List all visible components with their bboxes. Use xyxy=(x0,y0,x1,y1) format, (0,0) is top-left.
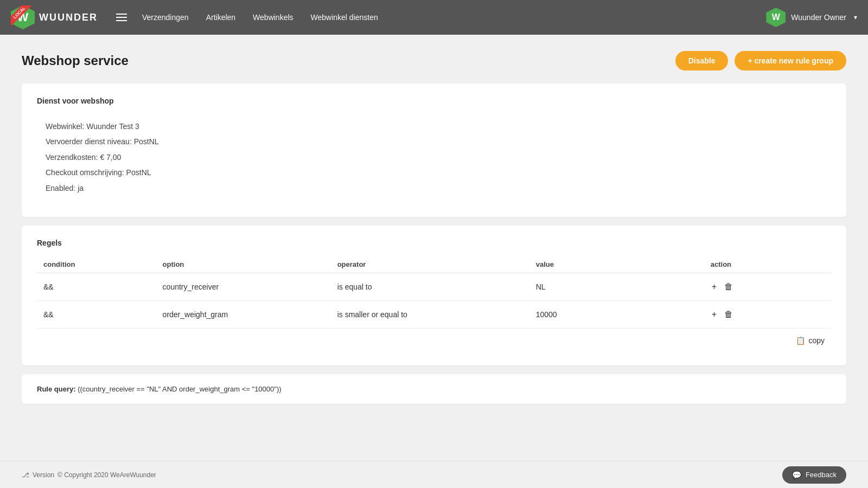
page-header: Webshop service Disable + create new rul… xyxy=(22,51,846,70)
logo-hexagon: W xyxy=(11,5,35,29)
row2-condition: && xyxy=(37,300,156,328)
col-header-operator: operator xyxy=(331,256,529,273)
service-info-body: Webwinkel: Wuunder Test 3 Vervoerder die… xyxy=(37,114,831,204)
row2-actions: + 🗑 xyxy=(704,300,831,328)
row2-value: 10000 xyxy=(529,300,704,328)
service-info-card: Dienst voor webshop Webwinkel: Wuunder T… xyxy=(22,84,846,217)
col-header-condition: condition xyxy=(37,256,156,273)
chevron-down-icon[interactable]: ▾ xyxy=(854,14,857,21)
main-footer: ⎇ Version © Copyright 2020 WeAreWuunder … xyxy=(0,461,868,488)
row1-add-button[interactable]: + xyxy=(711,281,718,293)
row1-condition: && xyxy=(37,273,156,300)
main-content: Webshop service Disable + create new rul… xyxy=(0,35,868,461)
query-label: Rule query: xyxy=(37,385,76,393)
user-avatar: W xyxy=(766,8,786,27)
copy-row-spacer xyxy=(37,328,704,352)
query-card: Rule query: ((country_receiver == "NL" A… xyxy=(22,374,846,404)
service-field-4: Enabled: ja xyxy=(46,182,822,194)
copy-button[interactable]: 📋 copy xyxy=(796,336,825,345)
row1-value: NL xyxy=(529,273,704,300)
page-title: Webshop service xyxy=(22,53,129,68)
hamburger-menu[interactable] xyxy=(114,11,129,23)
footer-left: ⎇ Version © Copyright 2020 WeAreWuunder xyxy=(22,471,156,479)
nav-verzendingen[interactable]: Verzendingen xyxy=(142,13,189,22)
main-nav: Verzendingen Artikelen Webwinkels Webwin… xyxy=(129,13,378,22)
header-user-section: W Wuunder Owner ▾ xyxy=(766,8,857,27)
query-text: Rule query: ((country_receiver == "NL" A… xyxy=(37,385,831,393)
action-buttons: Disable + create new rule group xyxy=(675,51,846,70)
query-value: ((country_receiver == "NL" AND order_wei… xyxy=(78,385,281,393)
copy-row: 📋 copy xyxy=(37,328,831,352)
create-rule-group-button[interactable]: + create new rule group xyxy=(735,51,846,70)
rules-table: condition option operator value action &… xyxy=(37,256,831,352)
feedback-icon: 💬 xyxy=(792,471,801,479)
feedback-label: Feedback xyxy=(806,471,837,479)
disable-button[interactable]: Disable xyxy=(675,51,729,70)
main-header: W WUUNDER Verzendingen Artikelen Webwink… xyxy=(0,0,868,35)
git-branch-icon: ⎇ xyxy=(22,471,29,479)
service-field-0: Webwinkel: Wuunder Test 3 xyxy=(46,120,822,132)
user-name: Wuunder Owner xyxy=(791,13,846,22)
row2-option: order_weight_gram xyxy=(156,300,331,328)
rules-section-title: Regels xyxy=(37,239,831,247)
row1-option: country_receiver xyxy=(156,273,331,300)
logo-text: WUUNDER xyxy=(39,12,98,23)
col-header-action: action xyxy=(704,256,831,273)
row1-operator: is equal to xyxy=(331,273,529,300)
copyright-text: © Copyright 2020 WeAreWuunder xyxy=(58,471,156,479)
service-section-title: Dienst voor webshop xyxy=(37,97,831,105)
service-field-2: Verzendkosten: € 7,00 xyxy=(46,151,822,163)
user-initial: W xyxy=(772,12,780,22)
row2-add-button[interactable]: + xyxy=(711,309,718,320)
logo-letter: W xyxy=(17,10,29,24)
version-text: Version xyxy=(33,471,54,479)
table-row: && order_weight_gram is smaller or equal… xyxy=(37,300,831,328)
row1-delete-button[interactable]: 🗑 xyxy=(723,281,734,293)
row2-delete-button[interactable]: 🗑 xyxy=(723,309,734,320)
rules-card: Regels condition option operator value a… xyxy=(22,226,846,365)
copy-row-action: 📋 copy xyxy=(704,328,831,352)
table-row: && country_receiver is equal to NL + 🗑 xyxy=(37,273,831,300)
nav-artikelen[interactable]: Artikelen xyxy=(206,13,235,22)
service-field-3: Checkout omschrijving: PostNL xyxy=(46,166,822,178)
service-field-1: Vervoerder dienst niveau: PostNL xyxy=(46,136,822,147)
table-header-row: condition option operator value action xyxy=(37,256,831,273)
copy-label: copy xyxy=(808,336,825,345)
col-header-value: value xyxy=(529,256,704,273)
row2-operator: is smaller or equal to xyxy=(331,300,529,328)
col-header-option: option xyxy=(156,256,331,273)
copy-icon: 📋 xyxy=(796,336,805,345)
row1-actions: + 🗑 xyxy=(704,273,831,300)
logo-link[interactable]: W WUUNDER xyxy=(11,5,98,29)
nav-webwinkel-diensten[interactable]: Webwinkel diensten xyxy=(311,13,378,22)
feedback-button[interactable]: 💬 Feedback xyxy=(782,466,846,484)
nav-webwinkels[interactable]: Webwinkels xyxy=(253,13,293,22)
